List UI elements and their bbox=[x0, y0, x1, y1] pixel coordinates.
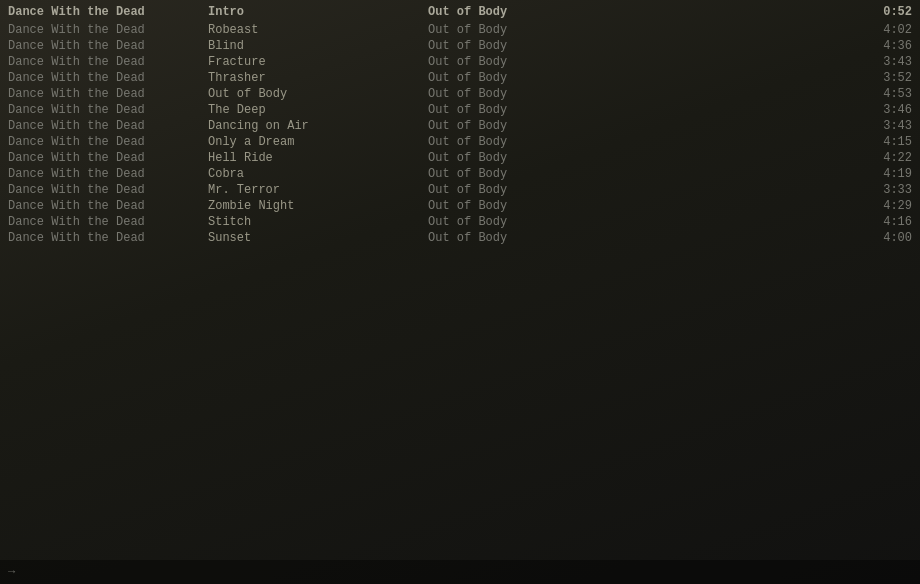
track-album: Out of Body bbox=[428, 55, 648, 69]
track-duration: 4:53 bbox=[648, 87, 912, 101]
track-artist: Dance With the Dead bbox=[8, 23, 208, 37]
track-album: Out of Body bbox=[428, 103, 648, 117]
track-row[interactable]: Dance With the DeadOut of BodyOut of Bod… bbox=[0, 86, 920, 102]
header-album: Out of Body bbox=[428, 5, 648, 19]
track-title: Robeast bbox=[208, 23, 428, 37]
track-title: Thrasher bbox=[208, 71, 428, 85]
track-duration: 4:19 bbox=[648, 167, 912, 181]
track-title: Sunset bbox=[208, 231, 428, 245]
track-duration: 4:22 bbox=[648, 151, 912, 165]
track-album: Out of Body bbox=[428, 119, 648, 133]
track-duration: 3:46 bbox=[648, 103, 912, 117]
track-row[interactable]: Dance With the DeadFractureOut of Body3:… bbox=[0, 54, 920, 70]
track-album: Out of Body bbox=[428, 135, 648, 149]
track-title: Blind bbox=[208, 39, 428, 53]
track-row[interactable]: Dance With the DeadStitchOut of Body4:16 bbox=[0, 214, 920, 230]
track-album: Out of Body bbox=[428, 71, 648, 85]
track-duration: 3:43 bbox=[648, 119, 912, 133]
track-title: Stitch bbox=[208, 215, 428, 229]
track-row[interactable]: Dance With the DeadOnly a DreamOut of Bo… bbox=[0, 134, 920, 150]
track-duration: 3:33 bbox=[648, 183, 912, 197]
track-title: The Deep bbox=[208, 103, 428, 117]
track-album: Out of Body bbox=[428, 23, 648, 37]
header-artist: Dance With the Dead bbox=[8, 5, 208, 19]
track-album: Out of Body bbox=[428, 199, 648, 213]
track-artist: Dance With the Dead bbox=[8, 231, 208, 245]
track-row[interactable]: Dance With the DeadBlindOut of Body4:36 bbox=[0, 38, 920, 54]
track-title: Cobra bbox=[208, 167, 428, 181]
track-row[interactable]: Dance With the DeadThe DeepOut of Body3:… bbox=[0, 102, 920, 118]
bottom-bar: → bbox=[0, 560, 920, 584]
track-artist: Dance With the Dead bbox=[8, 103, 208, 117]
track-artist: Dance With the Dead bbox=[8, 119, 208, 133]
track-title: Only a Dream bbox=[208, 135, 428, 149]
track-duration: 4:02 bbox=[648, 23, 912, 37]
track-duration: 4:36 bbox=[648, 39, 912, 53]
track-duration: 4:29 bbox=[648, 199, 912, 213]
track-row[interactable]: Dance With the DeadCobraOut of Body4:19 bbox=[0, 166, 920, 182]
track-album: Out of Body bbox=[428, 87, 648, 101]
header-title: Intro bbox=[208, 5, 428, 19]
track-artist: Dance With the Dead bbox=[8, 87, 208, 101]
track-album: Out of Body bbox=[428, 183, 648, 197]
track-album: Out of Body bbox=[428, 167, 648, 181]
track-row[interactable]: Dance With the DeadMr. TerrorOut of Body… bbox=[0, 182, 920, 198]
track-title: Mr. Terror bbox=[208, 183, 428, 197]
track-title: Zombie Night bbox=[208, 199, 428, 213]
track-artist: Dance With the Dead bbox=[8, 39, 208, 53]
track-row[interactable]: Dance With the DeadHell RideOut of Body4… bbox=[0, 150, 920, 166]
track-artist: Dance With the Dead bbox=[8, 167, 208, 181]
track-duration: 4:15 bbox=[648, 135, 912, 149]
track-title: Out of Body bbox=[208, 87, 428, 101]
track-album: Out of Body bbox=[428, 231, 648, 245]
track-title: Fracture bbox=[208, 55, 428, 69]
track-artist: Dance With the Dead bbox=[8, 135, 208, 149]
track-list-header: Dance With the Dead Intro Out of Body 0:… bbox=[0, 4, 920, 20]
track-album: Out of Body bbox=[428, 151, 648, 165]
arrow-icon: → bbox=[8, 565, 15, 579]
track-duration: 4:00 bbox=[648, 231, 912, 245]
track-artist: Dance With the Dead bbox=[8, 183, 208, 197]
track-row[interactable]: Dance With the DeadThrasherOut of Body3:… bbox=[0, 70, 920, 86]
header-duration: 0:52 bbox=[648, 5, 912, 19]
track-row[interactable]: Dance With the DeadZombie NightOut of Bo… bbox=[0, 198, 920, 214]
track-artist: Dance With the Dead bbox=[8, 151, 208, 165]
track-row[interactable]: Dance With the DeadDancing on AirOut of … bbox=[0, 118, 920, 134]
track-duration: 3:43 bbox=[648, 55, 912, 69]
track-title: Dancing on Air bbox=[208, 119, 428, 133]
track-row[interactable]: Dance With the DeadSunsetOut of Body4:00 bbox=[0, 230, 920, 246]
track-album: Out of Body bbox=[428, 215, 648, 229]
track-title: Hell Ride bbox=[208, 151, 428, 165]
track-row[interactable]: Dance With the DeadRobeastOut of Body4:0… bbox=[0, 22, 920, 38]
track-list: Dance With the Dead Intro Out of Body 0:… bbox=[0, 0, 920, 250]
track-artist: Dance With the Dead bbox=[8, 71, 208, 85]
track-album: Out of Body bbox=[428, 39, 648, 53]
track-artist: Dance With the Dead bbox=[8, 215, 208, 229]
track-artist: Dance With the Dead bbox=[8, 199, 208, 213]
track-artist: Dance With the Dead bbox=[8, 55, 208, 69]
track-duration: 3:52 bbox=[648, 71, 912, 85]
track-duration: 4:16 bbox=[648, 215, 912, 229]
